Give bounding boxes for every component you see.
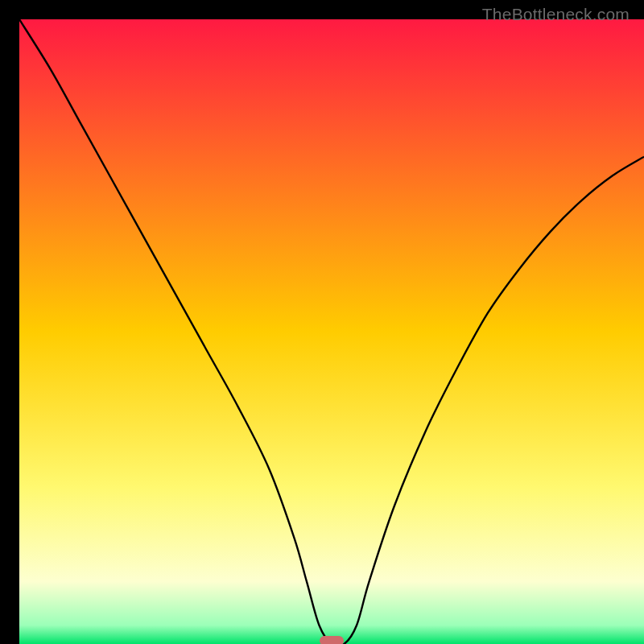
watermark-text: TheBottleneck.com xyxy=(482,5,630,24)
chart-frame xyxy=(10,10,634,634)
optimum-marker xyxy=(320,636,344,644)
gradient-background xyxy=(19,19,644,644)
bottleneck-chart xyxy=(19,19,644,644)
